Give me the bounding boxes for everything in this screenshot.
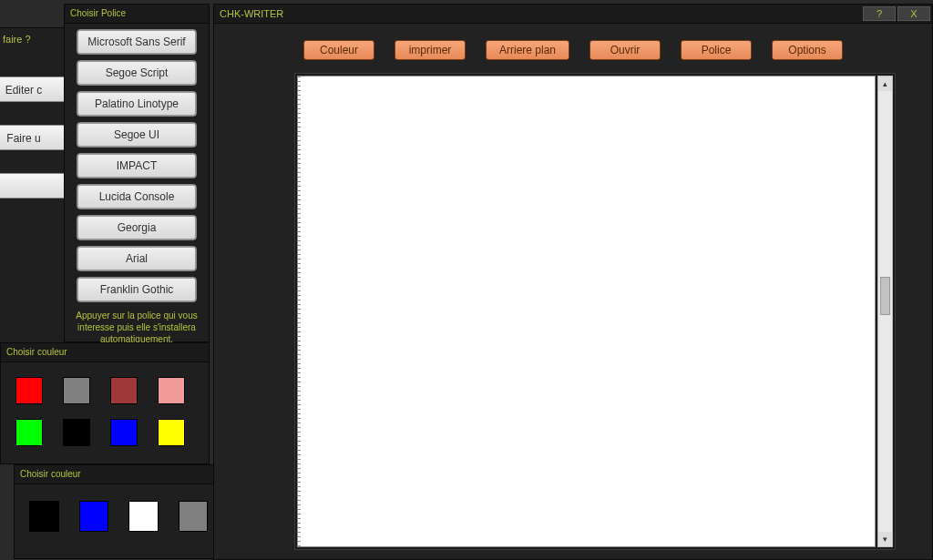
color-chooser-window: Choisir couleur	[0, 342, 210, 464]
color-swatch-black[interactable]	[63, 419, 90, 446]
toolbar: Couleur imprimer Arriere plan Ouvrir Pol…	[214, 24, 932, 69]
app-title: CHK-WRITER	[220, 5, 283, 23]
color-swatch-blue[interactable]	[110, 419, 138, 446]
scrollbar-thumb[interactable]	[880, 277, 890, 315]
font-option[interactable]: Georgia	[77, 215, 197, 240]
toolbar-button-arriere-plan[interactable]: Arriere plan	[486, 40, 569, 60]
toolbar-button-imprimer[interactable]: imprimer	[395, 40, 466, 60]
scroll-up-icon[interactable]: ▴	[878, 76, 892, 91]
font-option[interactable]: Lucida Console	[77, 184, 197, 209]
color-swatch-brown[interactable]	[110, 377, 138, 404]
color-swatch-gray[interactable]	[63, 377, 90, 404]
color-swatch-yellow[interactable]	[158, 419, 185, 446]
font-option[interactable]: Palatino Linotype	[77, 91, 197, 117]
color-chooser-title: Choisir couleur	[1, 343, 209, 362]
font-option[interactable]: Segoe UI	[77, 122, 197, 148]
vertical-scrollbar[interactable]: ▴ ▾	[877, 76, 893, 547]
color-swatch-white[interactable]	[128, 501, 159, 532]
toolbar-button-police[interactable]: Police	[681, 40, 752, 60]
font-option[interactable]: Microsoft Sans Serif	[77, 29, 197, 55]
swatch-row	[1, 404, 209, 446]
font-chooser-window: Choisir Police Microsoft Sans Serif Sego…	[64, 4, 210, 342]
scroll-down-icon[interactable]: ▾	[878, 532, 892, 546]
color-swatch-red[interactable]	[15, 377, 43, 404]
document-canvas[interactable]	[297, 76, 876, 547]
color-chooser-2-title: Choisir couleur	[15, 465, 222, 484]
close-button[interactable]: X	[897, 6, 930, 21]
main-titlebar: CHK-WRITER ? X	[214, 5, 932, 24]
help-button[interactable]: ?	[863, 6, 896, 21]
toolbar-button-ouvrir[interactable]: Ouvrir	[590, 40, 661, 60]
canvas-wrap: ▴ ▾	[294, 73, 896, 550]
color-swatch-pink[interactable]	[158, 377, 185, 404]
swatch-row	[15, 484, 222, 532]
color-swatch-blue[interactable]	[79, 501, 109, 532]
font-chooser-title: Choisir Police	[65, 5, 209, 24]
font-option[interactable]: Segoe Script	[77, 60, 197, 86]
color-swatch-green[interactable]	[15, 419, 43, 446]
color-swatch-black[interactable]	[29, 501, 59, 532]
toolbar-button-couleur[interactable]: Couleur	[303, 40, 374, 60]
swatch-row	[1, 362, 209, 404]
color-swatch-gray[interactable]	[179, 501, 209, 532]
main-writer-window: CHK-WRITER ? X Couleur imprimer Arriere …	[213, 4, 933, 560]
font-option[interactable]: Arial	[77, 246, 197, 271]
color-chooser-window-2: Choisir couleur	[14, 464, 223, 559]
font-option[interactable]: Franklin Gothic	[77, 277, 197, 302]
vertical-ruler	[298, 76, 301, 546]
toolbar-button-options[interactable]: Options	[772, 40, 843, 60]
font-option[interactable]: IMPACT	[77, 153, 197, 178]
